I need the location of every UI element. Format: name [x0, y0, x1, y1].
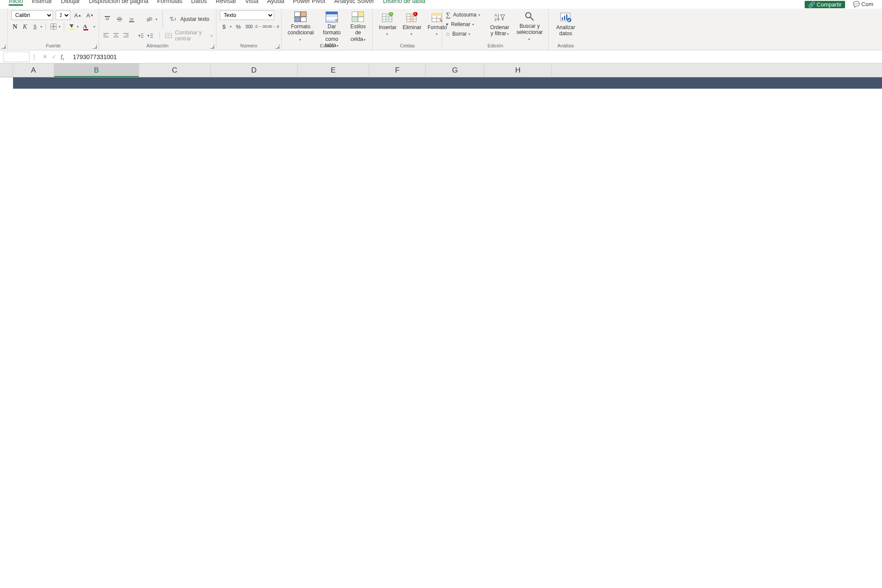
tab-analytic[interactable]: Analytic Solver: [334, 0, 375, 4]
fontcolor-drop-icon[interactable]: ▾: [93, 25, 95, 29]
tab-datos[interactable]: Datos: [191, 0, 207, 4]
merge-button[interactable]: Combinar y centrar: [175, 30, 209, 42]
svg-rect-70: [564, 16, 565, 20]
orient-drop-icon[interactable]: ▾: [156, 17, 157, 21]
enter-formula-icon[interactable]: ✓: [52, 53, 56, 60]
cell-styles-icon: [351, 11, 365, 23]
sigma-icon: ∑: [446, 11, 451, 19]
tab-revisar[interactable]: Revisar: [216, 0, 236, 4]
fx-icon[interactable]: fx: [61, 53, 64, 61]
clipboard-launcher-icon[interactable]: [1, 44, 6, 49]
svg-text:ab: ab: [146, 16, 153, 23]
underline-button[interactable]: S: [31, 22, 39, 31]
currency-drop-icon[interactable]: ▾: [230, 25, 232, 29]
format-table-button[interactable]: Dar formato como tabla ▾: [317, 10, 346, 43]
styles-group-label: Estilos: [282, 43, 372, 48]
format-table-icon: [325, 11, 338, 23]
align-top-icon[interactable]: [103, 14, 112, 24]
currency-icon[interactable]: $: [220, 22, 228, 31]
align-middle-icon[interactable]: [115, 14, 124, 24]
fill-drop-icon[interactable]: ▾: [77, 25, 79, 29]
editing-group-label: Edición: [442, 43, 548, 48]
inc-decimal-icon[interactable]: .0→.00: [256, 22, 265, 31]
align-launcher-icon[interactable]: [210, 44, 214, 49]
tab-formulas[interactable]: Fórmulas: [157, 0, 182, 4]
merge-drop-icon[interactable]: ▾: [211, 34, 212, 38]
conditional-format-button[interactable]: Formato condicional ▾: [285, 10, 316, 43]
decrease-font-icon[interactable]: A▼: [85, 10, 95, 20]
namebox-drop-icon[interactable]: ⋮: [30, 53, 38, 60]
col-G[interactable]: G: [426, 63, 484, 77]
column-headers: A B C D E F G H: [0, 63, 882, 77]
col-D[interactable]: D: [211, 63, 298, 77]
analyze-button[interactable]: Analizar datos: [552, 10, 579, 43]
borders-button[interactable]: [50, 22, 57, 31]
dec-decimal-icon[interactable]: .00→.0: [268, 22, 278, 31]
col-B[interactable]: B: [54, 63, 139, 77]
name-box[interactable]: [3, 52, 30, 62]
ribbon-tabs: Inicio Insertar Dibujar Disposición de p…: [0, 0, 882, 9]
bold-button[interactable]: N: [11, 22, 19, 31]
tab-vista[interactable]: Vista: [245, 0, 259, 4]
insert-cells-icon: +: [381, 11, 394, 23]
fill-color-button[interactable]: [68, 22, 75, 31]
align-right-icon[interactable]: [123, 31, 130, 40]
wrap-text-button[interactable]: Ajustar texto: [180, 16, 209, 22]
formula-bar: ⋮ ✕ ✓ fx 1793077331001: [0, 50, 882, 63]
cancel-formula-icon[interactable]: ✕: [43, 53, 47, 60]
increase-indent-icon[interactable]: [147, 31, 154, 40]
tab-powerpivot[interactable]: Power Pivot: [293, 0, 325, 4]
conditional-format-icon: [294, 11, 307, 23]
share-button[interactable]: 🔗 Compartir: [805, 1, 845, 8]
sort-filter-button[interactable]: AZ Ordenar y filtrar ▾: [487, 10, 512, 43]
align-bottom-icon[interactable]: [127, 14, 136, 24]
font-name-select[interactable]: Calibri: [11, 10, 53, 20]
font-launcher-icon[interactable]: [93, 44, 97, 49]
underline-drop-icon[interactable]: ▾: [40, 25, 42, 29]
number-launcher-icon[interactable]: [275, 44, 279, 49]
eraser-icon: ◇: [446, 31, 450, 37]
align-center-icon[interactable]: [113, 31, 120, 40]
font-size-select[interactable]: 11: [56, 10, 70, 20]
clear-button[interactable]: ◇Borrar ▾: [446, 30, 485, 38]
borders-drop-icon[interactable]: ▾: [59, 25, 60, 29]
col-H[interactable]: H: [484, 63, 552, 77]
col-C[interactable]: C: [139, 63, 211, 77]
comma-icon[interactable]: 000: [245, 22, 253, 31]
increase-font-icon[interactable]: A▲: [73, 10, 83, 20]
select-all-corner[interactable]: [0, 63, 13, 77]
delete-cells-button[interactable]: × Eliminar▾: [400, 10, 424, 43]
col-E[interactable]: E: [298, 63, 369, 77]
decrease-indent-icon[interactable]: [137, 31, 144, 40]
align-left-icon[interactable]: [103, 31, 110, 40]
tab-disposicion[interactable]: Disposición de página: [89, 0, 149, 4]
analysis-group-label: Análisis: [549, 43, 583, 48]
tab-ayuda[interactable]: Ayuda: [267, 0, 284, 4]
svg-point-66: [526, 13, 531, 18]
merge-icon[interactable]: [165, 31, 172, 40]
tab-inicio[interactable]: Inicio: [9, 0, 23, 6]
svg-text:Z: Z: [494, 17, 497, 22]
formula-input[interactable]: 1793077331001: [69, 53, 882, 61]
fill-button[interactable]: ▾Rellenar ▾: [446, 20, 485, 29]
percent-icon[interactable]: %: [234, 22, 242, 31]
col-A[interactable]: A: [13, 63, 54, 77]
tab-dibujar[interactable]: Dibujar: [61, 0, 80, 4]
worksheet[interactable]: Valida Ruc Ecuador www.tribuexcel.com No…: [13, 77, 882, 89]
find-select-button[interactable]: Buscar y seleccionar ▾: [514, 10, 545, 43]
svg-text:ab: ab: [170, 16, 173, 19]
wrap-text-icon[interactable]: ab: [168, 14, 178, 24]
tab-diseno-tabla[interactable]: Diseño de tabla: [383, 0, 425, 4]
cell-styles-button[interactable]: Estilos de celda ▾: [347, 10, 369, 43]
col-F[interactable]: F: [369, 63, 426, 77]
tab-insertar[interactable]: Insertar: [32, 0, 52, 4]
comments-button[interactable]: 💬 Com: [853, 1, 873, 7]
autosum-button[interactable]: ∑Autosuma ▾: [446, 10, 485, 19]
orientation-icon[interactable]: ab: [144, 14, 154, 24]
insert-cells-button[interactable]: + Insertar▾: [376, 10, 399, 43]
italic-button[interactable]: K: [21, 22, 29, 31]
svg-rect-40: [352, 12, 358, 17]
number-format-select[interactable]: Texto: [220, 10, 274, 20]
svg-rect-33: [295, 17, 300, 22]
svg-line-67: [531, 17, 534, 20]
